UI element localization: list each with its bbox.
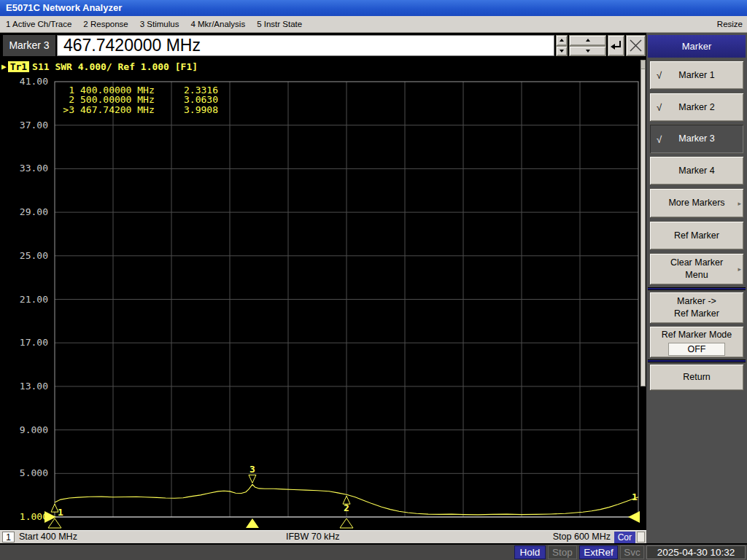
trace-format-text: S11 SWR 4.000/ Ref 1.000 [F1] [32,61,198,72]
submenu-arrow-icon: ▸ [738,263,741,276]
fine-stepper [556,35,568,56]
resize-button[interactable]: Resize [717,20,743,28]
y-axis-tick: 37.00 [0,120,48,131]
marker-value-input[interactable]: 467.7420000 MHz [57,35,554,56]
softkey-marker-3[interactable]: √ Marker 3 [649,124,744,154]
marker-table-row: 2500.00000 MHz3.0630 [63,95,218,104]
e5071c-screen: E5071C Network Analyzer 1 Active Ch/Trac… [0,0,747,560]
menu-stimulus[interactable]: 3 Stimulus [140,20,179,28]
softkey-ref-marker[interactable]: Ref Marker [649,221,744,250]
y-axis-tick: 29.00 [0,206,48,217]
y-axis-tick: 21.00 [0,294,48,305]
softkey-label: Marker 2 [678,101,714,114]
svg-text:3: 3 [249,464,255,475]
softkey-label: Marker 1 [678,69,714,82]
trace-header: ▶Tr1S11 SWR 4.000/ Ref 1.000 [F1] [1,61,198,72]
statusbar-end-box [637,532,645,542]
marker-table-row: >3467.74200 MHz3.9908 [63,105,218,114]
start-frequency: Start 400 MHz [19,532,77,542]
softkey-marker-1[interactable]: √ Marker 1 [649,61,744,90]
enter-button[interactable] [608,35,624,56]
correction-badge: Cor [614,532,635,543]
y-axis-tick: 25.00 [0,250,48,261]
up-arrow-icon [560,39,564,42]
softkey-more-markers[interactable]: More Markers ▸ [649,188,744,218]
menu-instr-state[interactable]: 5 Instr State [257,20,302,28]
softkey-separator [648,287,746,290]
check-icon: √ [657,69,662,82]
step-up-button[interactable] [556,35,568,46]
softkey-marker-4[interactable]: Marker 4 [649,156,744,185]
softkey-menu: Marker √ Marker 1 √ Marker 2 √ Marker 3 … [646,33,747,543]
softkey-return[interactable]: Return [649,364,744,391]
up-arrow-icon [586,39,590,42]
trace-name[interactable]: Tr1 [8,61,29,72]
y-axis-tick: 1.000 [0,511,48,522]
extref-status: ExtRef [579,545,618,559]
y-axis-tick: 17.00 [0,337,48,348]
softkey-clear-marker-menu[interactable]: Clear Marker Menu ▸ [649,253,744,285]
window-title-bar: E5071C Network Analyzer [0,0,747,16]
menu-bar: 1 Active Ch/Trace 2 Response 3 Stimulus … [0,16,747,33]
svg-text:1: 1 [632,491,638,502]
swr-plot: 1231 [0,58,646,530]
active-trace-arrow-icon: ▶ [1,62,7,71]
entry-label: Marker 3 [3,35,55,56]
enter-icon [610,39,622,52]
down-arrow-icon [586,50,590,52]
softkey-marker-2[interactable]: √ Marker 2 [649,93,744,122]
stop-frequency: Stop 600 MHz [553,532,611,542]
y-axis-tick: 13.00 [0,381,48,392]
coarse-stepper [569,35,606,56]
menu-mkr-analysis[interactable]: 4 Mkr/Analysis [190,20,245,28]
step-down-button[interactable] [556,46,568,57]
check-icon: √ [657,101,662,114]
softkey-scrollbar[interactable] [640,60,646,386]
channel-status-bar: 1 Start 400 MHz IFBW 70 kHz Stop 600 MHz… [0,530,646,543]
channel-number: 1 [2,532,15,542]
softkey-label: Return [683,371,711,384]
svc-status: Svc [620,545,644,559]
softkey-label: Ref Marker [674,230,719,242]
y-axis-tick: 5.000 [0,467,48,478]
down-arrow-icon [560,50,564,52]
softkey-marker-to-ref-marker[interactable]: Marker -> Ref Marker [649,292,744,324]
softkey-menu-title: Marker [648,35,746,58]
y-axis-tick: 33.00 [0,163,48,174]
softkey-label: Clear Marker Menu [670,257,723,281]
softkey-label: More Markers [668,197,724,209]
softkey-label: Ref Marker Mode [662,329,732,341]
softkey-label: Marker -> Ref Marker [674,295,719,320]
submenu-arrow-icon: ▸ [738,197,741,209]
hold-status: Hold [514,545,546,559]
marker-table: 1400.00000 MHz2.3316 2500.00000 MHz3.063… [63,85,218,114]
softkey-label: Marker 4 [678,165,714,177]
scrollbar-handle[interactable] [641,61,645,69]
coarse-down-button[interactable] [569,46,606,57]
coarse-up-button[interactable] [569,35,606,46]
ref-marker-mode-value: OFF [668,343,725,356]
softkey-separator [648,359,746,362]
svg-text:1: 1 [58,507,63,518]
softkey-label: Marker 3 [678,133,714,145]
y-axis-tick: 41.00 [0,76,48,87]
window-title: E5071C Network Analyzer [6,2,122,13]
ifbw-value: IFBW 70 kHz [286,532,340,542]
softkey-ref-marker-mode[interactable]: Ref Marker Mode OFF [649,326,744,358]
datetime-display: 2025-04-30 10:32 [646,545,746,559]
check-icon: √ [657,133,662,145]
close-entry-button[interactable] [626,35,646,56]
marker-entry-bar: Marker 3 467.7420000 MHz [0,33,646,58]
svg-text:2: 2 [344,502,349,513]
menu-response[interactable]: 2 Response [83,20,128,28]
chart-area: 1231 ▶Tr1S11 SWR 4.000/ Ref 1.000 [F1] 4… [0,58,646,530]
y-axis-tick: 9.000 [0,424,48,435]
menu-active-ch-trace[interactable]: 1 Active Ch/Trace [6,20,71,28]
stop-status: Stop [548,545,577,559]
close-icon [629,39,643,52]
instrument-status-bar: Hold Stop ExtRef Svc 2025-04-30 10:32 [0,543,747,560]
marker-table-row: 1400.00000 MHz2.3316 [63,85,218,95]
